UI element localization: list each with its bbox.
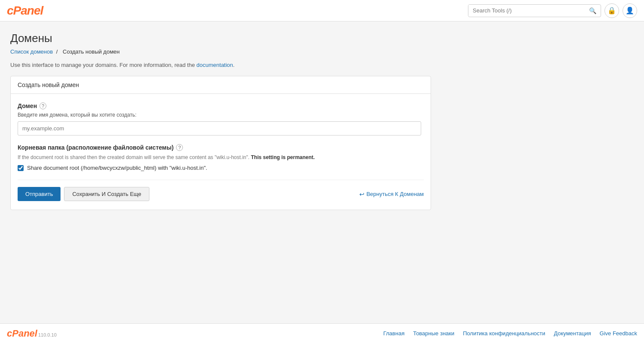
form-card: Создать новый домен Домен ? Введите имя … (10, 76, 431, 210)
form-card-body: Домен ? Введите имя домена, который вы х… (11, 94, 431, 210)
domain-label: Домен ? (18, 102, 424, 109)
footer-link-docs[interactable]: Документация (554, 330, 591, 337)
back-to-domains-link[interactable]: ↩ Вернуться К Доменам (359, 191, 424, 198)
breadcrumb-current: Создать новый домен (63, 48, 120, 55)
footer-logo: cPanel (7, 328, 37, 339)
footer: cPanel 110.0.10 Главная Товарные знаки П… (0, 323, 644, 343)
footer-link-home[interactable]: Главная (383, 330, 404, 337)
breadcrumb-separator: / (56, 48, 58, 55)
form-actions: Отправить Сохранить И Создать Еще ↩ Верн… (18, 187, 424, 201)
footer-link-trademarks[interactable]: Товарные знаки (413, 330, 454, 337)
button-group: Отправить Сохранить И Создать Еще (18, 187, 149, 201)
user-icon-button[interactable]: 👤 (623, 3, 637, 18)
footer-version: 110.0.10 (38, 332, 57, 337)
share-docroot-checkbox[interactable] (18, 165, 24, 171)
main-content: Домены Список доменов / Создать новый до… (0, 21, 644, 323)
domain-sublabel: Введите имя домена, который вы хотите со… (18, 112, 424, 118)
search-icon-button[interactable]: 🔍 (585, 5, 601, 17)
docroot-help-icon[interactable]: ? (176, 144, 183, 151)
domain-input[interactable] (18, 121, 421, 135)
search-input[interactable] (468, 5, 585, 16)
docroot-section: Корневая папка (расположение файловой си… (18, 144, 424, 171)
lock-icon-button[interactable]: 🔒 (605, 3, 619, 18)
form-card-header: Создать новый домен (11, 76, 431, 94)
checkbox-label[interactable]: Share document root (/home/bwcycxzw/publ… (27, 165, 207, 171)
domain-form-group: Домен ? Введите имя домена, который вы х… (18, 102, 424, 135)
checkbox-row: Share document root (/home/bwcycxzw/publ… (18, 165, 424, 171)
cpanel-logo[interactable]: cPanel (7, 4, 43, 18)
lock-icon: 🔒 (608, 6, 616, 15)
footer-links: Главная Товарные знаки Политика конфиден… (383, 330, 637, 337)
info-text: Use this interface to manage your domain… (10, 62, 634, 68)
documentation-link[interactable]: documentation (197, 62, 233, 68)
user-icon: 👤 (626, 6, 634, 15)
footer-logo-area: cPanel 110.0.10 (7, 328, 57, 339)
breadcrumb: Список доменов / Создать новый домен (10, 48, 634, 55)
domain-help-icon[interactable]: ? (39, 102, 46, 109)
submit-button[interactable]: Отправить (18, 187, 61, 201)
page-title: Домены (10, 32, 634, 45)
save-create-button[interactable]: Сохранить И Создать Еще (64, 187, 149, 201)
docroot-label: Корневая папка (расположение файловой си… (18, 144, 424, 151)
form-divider (18, 180, 424, 180)
search-box: 🔍 (468, 4, 601, 17)
breadcrumb-list-link[interactable]: Список доменов (10, 48, 53, 55)
back-link-label: Вернуться К Доменам (366, 191, 424, 197)
back-arrow-icon: ↩ (359, 191, 365, 198)
docroot-info: If the document root is shared then the … (18, 154, 424, 160)
header: cPanel 🔍 🔒 👤 (0, 0, 644, 21)
footer-link-privacy[interactable]: Политика конфиденциальности (463, 330, 545, 337)
footer-link-give-feedback[interactable]: Give Feedback (600, 330, 637, 337)
header-right: 🔍 🔒 👤 (468, 3, 637, 18)
